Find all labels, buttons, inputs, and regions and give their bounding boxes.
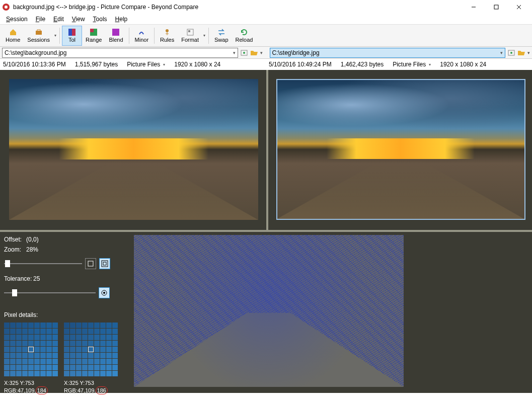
svg-rect-12 xyxy=(112,29,119,36)
minor-button[interactable]: Minor xyxy=(131,26,153,46)
svg-rect-20 xyxy=(88,261,93,266)
svg-point-19 xyxy=(510,52,512,54)
titlebar: background.jpg <--> bridge.jpg - Picture… xyxy=(0,0,532,14)
svg-rect-21 xyxy=(102,261,108,267)
pathbar: C:\steg\background.jpg ▾ ▾ C:\steg\bridg… xyxy=(0,47,532,59)
separator xyxy=(59,28,60,44)
minor-icon xyxy=(137,28,145,36)
reload-icon xyxy=(240,28,248,36)
menu-view[interactable]: View xyxy=(68,15,89,24)
diff-image-pane[interactable] xyxy=(129,235,532,393)
sessions-button[interactable]: Sessions xyxy=(24,26,53,46)
left-pixel-rgb: RGB:47,109,184 xyxy=(4,386,58,394)
right-pixel-alpha: A:255 xyxy=(64,394,118,401)
home-icon xyxy=(9,28,17,36)
format-icon xyxy=(186,28,194,36)
tolerance-value: 25 xyxy=(33,275,40,282)
right-dimensions: 1920 x 1080 x 24 xyxy=(440,61,486,68)
chevron-down-icon[interactable]: ▾ xyxy=(527,50,530,55)
app-icon xyxy=(2,3,10,11)
reload-button[interactable]: Reload xyxy=(232,26,257,46)
right-image xyxy=(276,79,525,220)
right-image-pane[interactable] xyxy=(269,70,533,230)
right-pixel-rgb: RGB:47,109,186 xyxy=(64,386,118,394)
range-button[interactable]: Range xyxy=(82,26,105,46)
tolerance-mode-button[interactable] xyxy=(99,287,110,298)
window-controls xyxy=(462,0,530,14)
svg-rect-3 xyxy=(494,5,498,9)
actual-size-button[interactable] xyxy=(99,258,110,269)
svg-point-17 xyxy=(243,52,245,54)
chevron-down-icon[interactable]: ▾ xyxy=(233,50,236,55)
separator xyxy=(208,28,209,44)
svg-point-24 xyxy=(103,292,105,294)
offset-label: Offset: xyxy=(4,236,26,243)
blend-icon xyxy=(112,28,120,36)
offset-value: (0,0) xyxy=(26,236,39,243)
pane-divider[interactable] xyxy=(266,70,268,230)
right-filter[interactable]: Picture Files▾ xyxy=(393,61,431,68)
home-button[interactable]: Home xyxy=(2,26,24,46)
bottom-panel: Offset: (0,0) Zoom: 28% Tolerance: 25 Pi… xyxy=(0,232,532,393)
maximize-button[interactable] xyxy=(485,0,507,14)
right-path-text: C:\steg\bridge.jpg xyxy=(272,49,320,56)
open-folder-icon[interactable] xyxy=(517,49,525,57)
swap-button[interactable]: Swap xyxy=(211,26,232,46)
history-icon[interactable] xyxy=(507,49,515,57)
left-image-pane[interactable] xyxy=(0,70,265,230)
chevron-down-icon[interactable]: ▾ xyxy=(260,50,263,55)
controls-column: Offset: (0,0) Zoom: 28% Tolerance: 25 Pi… xyxy=(4,235,129,393)
svg-rect-15 xyxy=(188,30,190,32)
zoom-value: 28% xyxy=(26,246,38,253)
tolerance-label: Tolerance: xyxy=(4,275,33,282)
close-button[interactable] xyxy=(507,0,530,14)
svg-rect-7 xyxy=(37,30,40,31)
svg-rect-22 xyxy=(103,262,106,265)
left-path-text: C:\steg\background.jpg xyxy=(5,49,66,56)
left-info-bar: 5/10/2016 10:13:36 PM 1,515,967 bytes Pi… xyxy=(0,59,266,70)
left-pixel-grid: X:325 Y:753 RGB:47,109,184 A:255 xyxy=(4,323,58,401)
diff-image xyxy=(134,235,404,387)
fit-button[interactable] xyxy=(85,258,96,269)
right-info-bar: 5/10/2016 10:49:24 PM 1,462,423 bytes Pi… xyxy=(266,59,532,70)
history-icon[interactable] xyxy=(240,49,248,57)
minimize-button[interactable] xyxy=(462,0,485,14)
pixel-details-label: Pixel details: xyxy=(4,311,38,318)
svg-point-1 xyxy=(5,6,8,9)
open-folder-icon[interactable] xyxy=(250,49,258,57)
svg-point-13 xyxy=(166,29,169,32)
left-timestamp: 5/10/2016 10:13:36 PM xyxy=(3,61,66,68)
window-title: background.jpg <--> bridge.jpg - Picture… xyxy=(13,4,462,11)
menu-help[interactable]: Help xyxy=(111,15,132,24)
format-dropdown[interactable]: ▾ xyxy=(202,33,206,38)
right-path-input[interactable]: C:\steg\bridge.jpg ▾ xyxy=(270,48,506,58)
tolerance-slider[interactable] xyxy=(4,292,96,293)
left-filter[interactable]: Picture Files▾ xyxy=(127,61,165,68)
left-pixel-xy: X:325 Y:753 xyxy=(4,379,58,386)
left-path-input[interactable]: C:\steg\background.jpg ▾ xyxy=(2,48,238,58)
left-bytes: 1,515,967 bytes xyxy=(75,61,118,68)
sessions-dropdown[interactable]: ▾ xyxy=(53,33,57,38)
left-dimensions: 1920 x 1080 x 24 xyxy=(174,61,220,68)
zoom-label: Zoom: xyxy=(4,246,26,253)
svg-rect-9 xyxy=(72,29,75,36)
svg-rect-11 xyxy=(90,29,94,32)
rules-button[interactable]: Rules xyxy=(157,26,178,46)
right-timestamp: 5/10/2016 10:49:24 PM xyxy=(269,61,332,68)
blend-button[interactable]: Blend xyxy=(105,26,126,46)
range-icon xyxy=(90,28,98,36)
tol-button[interactable]: Tol xyxy=(62,26,82,46)
swap-icon xyxy=(217,28,225,36)
zoom-slider[interactable] xyxy=(4,263,82,264)
format-button[interactable]: Format xyxy=(178,26,202,46)
rules-icon xyxy=(163,28,171,36)
menu-edit[interactable]: Edit xyxy=(49,15,68,24)
separator xyxy=(129,28,129,44)
menu-file[interactable]: File xyxy=(32,15,49,24)
chevron-down-icon[interactable]: ▾ xyxy=(500,50,503,55)
menu-tools[interactable]: Tools xyxy=(89,15,111,24)
menu-session[interactable]: Session xyxy=(2,15,32,24)
right-pixel-xy: X:325 Y:753 xyxy=(64,379,118,386)
briefcase-icon xyxy=(35,28,43,36)
left-image xyxy=(9,79,258,220)
